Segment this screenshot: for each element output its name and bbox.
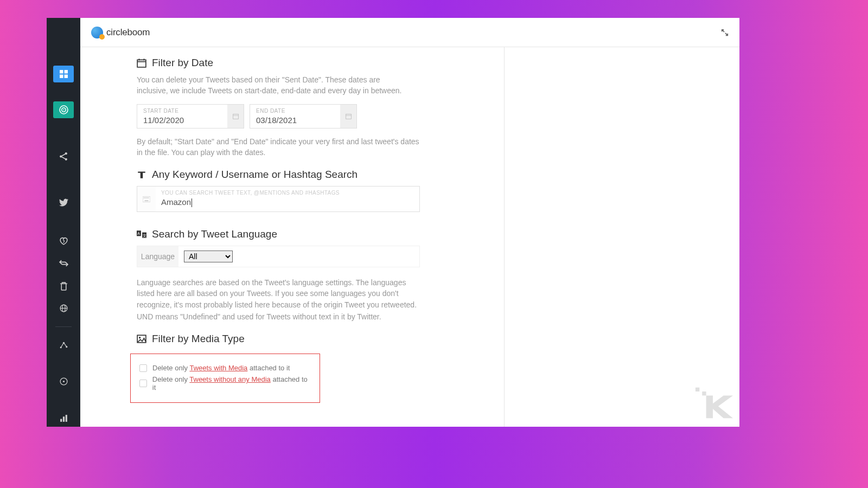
svg-point-6 [63,109,64,110]
svg-rect-25 [145,197,146,198]
bar-chart-icon [59,414,68,423]
calendar-small-icon [345,113,352,120]
media-title: Filter by Media Type [137,333,492,345]
nav-circle[interactable] [53,373,74,390]
nav-globe[interactable] [53,300,74,317]
filter-panel: Filter by Date You can delete your Tweet… [80,47,505,427]
circle-dot-icon [59,377,68,386]
filter-date-desc: You can delete your Tweets based on thei… [137,74,405,97]
image-icon [137,334,146,344]
nodes-icon [59,341,68,350]
svg-text:文: 文 [143,234,146,237]
language-title: A文 Search by Tweet Language [137,228,492,240]
fullscreen-button[interactable] [721,29,729,36]
keyword-input[interactable]: YOU CAN SEARCH TWEET TEXT, @MENTIONS AND… [137,186,420,212]
svg-rect-35 [695,388,699,391]
language-select[interactable]: All [184,251,233,262]
svg-rect-20 [137,60,146,67]
media-options-highlight: Delete only Tweets with Media attached t… [130,354,320,403]
svg-point-8 [65,152,67,155]
language-label: Language [137,246,178,267]
content: Filter by Date You can delete your Tweet… [80,47,739,427]
svg-rect-0 [60,70,63,73]
calendar-icon [137,58,146,68]
svg-point-9 [65,158,67,160]
keyword-placeholder: YOU CAN SEARCH TWEET TEXT, @MENTIONS AND… [161,190,414,196]
nav-graph[interactable] [53,337,74,354]
translate-icon: A文 [137,229,146,239]
svg-rect-22 [346,114,351,119]
keyword-title: Any Keyword / Username or Hashtag Search [137,169,492,181]
checkbox-icon [139,364,147,372]
heart-broken-icon [59,236,68,246]
logo-mark-icon [91,27,103,38]
share-icon [59,152,68,161]
nav-delete[interactable] [53,277,74,294]
svg-rect-2 [60,75,63,78]
trash-icon [59,281,68,291]
language-desc-2: UND means "Undefined" and used for Tweet… [137,311,420,322]
topbar: circleboom [80,18,739,47]
retweet-icon [59,259,68,268]
nav-target[interactable] [53,101,74,118]
svg-text:A: A [137,232,140,235]
media-heading: Filter by Media Type [152,333,245,345]
language-desc-1: Language searches are based on the Tweet… [137,277,420,310]
language-heading: Search by Tweet Language [152,228,277,240]
svg-rect-28 [145,200,149,201]
start-date-label: START DATE [143,108,221,114]
filter-date-heading: Filter by Date [152,57,213,69]
start-date-field[interactable]: START DATE 11/02/2020 [137,104,244,129]
svg-rect-21 [233,114,238,119]
keyword-heading: Any Keyword / Username or Hashtag Search [152,169,358,181]
nav-retweet[interactable] [53,255,74,272]
calendar-small-icon [232,113,239,120]
brand-name: circleboom [106,27,150,38]
checkbox-icon [139,380,147,387]
brand-logo[interactable]: circleboom [91,27,150,38]
twitter-icon [59,198,68,207]
sidebar [47,18,80,427]
text-icon [137,170,146,179]
end-date-field[interactable]: END DATE 03/18/2021 [250,104,357,129]
svg-point-16 [62,381,64,382]
globe-icon [59,304,68,313]
start-date-picker-button[interactable] [227,105,244,128]
media-option-without[interactable]: Delete only Tweets without any Media att… [139,375,311,391]
svg-rect-36 [702,391,706,395]
svg-rect-3 [64,75,67,78]
target-icon [59,105,68,114]
svg-rect-23 [143,196,150,202]
nav-stats[interactable] [53,410,74,427]
filter-date-footnote: By default; "Start Date" and "End Date" … [137,136,420,158]
svg-rect-26 [146,197,148,198]
media-option-with[interactable]: Delete only Tweets with Media attached t… [139,364,311,372]
filter-date-title: Filter by Date [137,57,492,69]
watermark-k-icon [693,386,733,420]
tweets-without-media-link[interactable]: Tweets without any Media [189,375,271,383]
end-date-label: END DATE [256,108,334,114]
nav-share[interactable] [53,148,74,165]
main-area: circleboom Filter by Date You can delete… [80,18,739,427]
language-row: Language All [137,246,420,267]
nav-dashboard[interactable] [53,66,74,82]
keyword-value: Amazon [161,197,191,207]
svg-rect-19 [65,415,67,422]
watermark [693,386,733,420]
svg-rect-1 [64,70,67,73]
svg-rect-17 [60,419,62,421]
app-window: circleboom Filter by Date You can delete… [47,18,739,427]
expand-icon [721,29,729,36]
end-date-value: 03/18/2021 [256,115,334,125]
svg-rect-24 [144,197,145,198]
svg-point-34 [139,337,141,338]
end-date-picker-button[interactable] [340,105,356,128]
nav-twitter[interactable] [53,194,74,211]
start-date-value: 11/02/2020 [143,115,221,125]
nav-heart[interactable] [53,233,74,249]
svg-point-7 [60,155,62,157]
keyboard-icon [137,187,156,211]
svg-rect-18 [62,416,64,422]
tweets-with-media-link[interactable]: Tweets with Media [189,364,247,372]
grid-icon [59,69,68,79]
